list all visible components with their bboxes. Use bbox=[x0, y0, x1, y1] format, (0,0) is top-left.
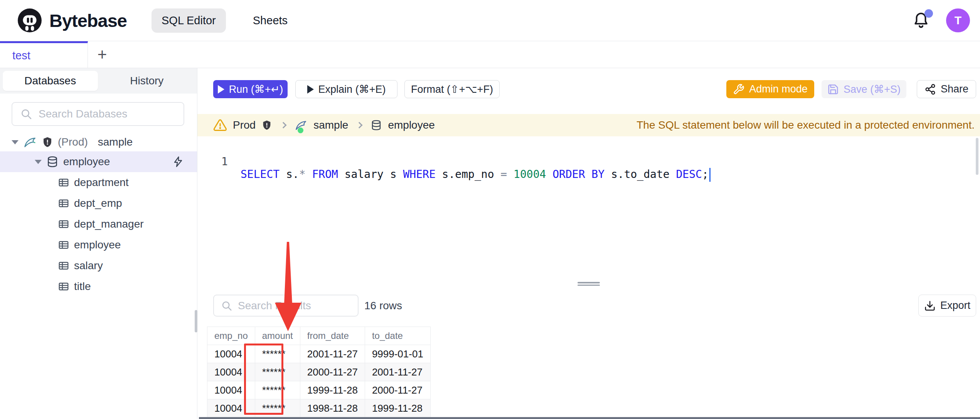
breadcrumb-environment[interactable]: Prod bbox=[233, 119, 256, 131]
search-databases-input[interactable]: Search Databases bbox=[12, 102, 184, 126]
sql-editor[interactable]: 1 SELECT s.* FROM salary s WHERE s.emp_n… bbox=[197, 136, 980, 281]
chevron-down-icon[interactable] bbox=[35, 160, 42, 164]
top-header: Bytebase SQL Editor Sheets T bbox=[0, 0, 980, 41]
sheet-tab-test[interactable]: test bbox=[0, 41, 88, 68]
line-number: 1 bbox=[221, 155, 228, 168]
table-cell: 1999-11-28 bbox=[300, 381, 365, 399]
notification-badge bbox=[924, 9, 933, 18]
format-button[interactable]: Format (⇧+⌥+F) bbox=[404, 80, 500, 98]
sidebar-resize-handle[interactable] bbox=[195, 310, 197, 332]
nav-sheets[interactable]: Sheets bbox=[243, 8, 298, 33]
brand-name: Bytebase bbox=[49, 10, 127, 31]
explain-label: Explain (⌘+E) bbox=[318, 83, 386, 96]
table-cell: 2001-11-27 bbox=[300, 345, 365, 363]
top-nav: SQL Editor Sheets bbox=[152, 8, 298, 33]
editor-vertical-scrollbar[interactable] bbox=[976, 138, 978, 175]
table-cell: ****** bbox=[255, 363, 300, 381]
sheet-tab-label: test bbox=[12, 49, 30, 62]
nav-sql-editor[interactable]: SQL Editor bbox=[152, 8, 226, 33]
column-header-to_date[interactable]: to_date bbox=[365, 327, 430, 345]
results-header-row: emp_noamountfrom_dateto_date bbox=[207, 327, 431, 345]
column-header-emp_no[interactable]: emp_no bbox=[207, 327, 255, 345]
sidebar-table-salary[interactable]: salary bbox=[0, 255, 197, 276]
explain-button[interactable]: Explain (⌘+E) bbox=[295, 80, 397, 98]
sidebar-table-title[interactable]: title bbox=[0, 276, 197, 297]
sidebar-table-dept_emp[interactable]: dept_emp bbox=[0, 193, 197, 214]
database-icon bbox=[370, 119, 382, 131]
table-cell: 2000-11-27 bbox=[365, 381, 430, 399]
tree-env-label: (Prod) bbox=[58, 136, 88, 148]
sidebar-table-dept_manager[interactable]: dept_manager bbox=[0, 214, 197, 235]
tab-databases[interactable]: Databases bbox=[3, 71, 98, 91]
search-databases-placeholder: Search Databases bbox=[39, 108, 127, 120]
table-label: dept_emp bbox=[74, 197, 122, 210]
table-cell: 2001-11-27 bbox=[365, 363, 430, 381]
new-sheet-tab-button[interactable]: + bbox=[88, 41, 116, 68]
tree-database-row[interactable]: employee bbox=[0, 151, 197, 172]
tree-table-list: departmentdept_empdept_manageremployeesa… bbox=[0, 172, 197, 297]
row-count-label: 16 rows bbox=[364, 295, 402, 317]
table-cell: 10004 bbox=[207, 399, 255, 417]
sidebar-table-department[interactable]: department bbox=[0, 172, 197, 193]
environment-shield-icon bbox=[261, 120, 272, 131]
tab-history[interactable]: History bbox=[99, 71, 195, 91]
chevron-down-icon[interactable] bbox=[12, 140, 19, 144]
mysql-icon bbox=[23, 135, 37, 149]
brand-logo[interactable]: Bytebase bbox=[17, 8, 127, 33]
app-window: Bytebase SQL Editor Sheets T test + Data… bbox=[0, 0, 980, 419]
chevron-right-icon bbox=[280, 122, 287, 129]
search-icon bbox=[221, 300, 232, 312]
sql-statement: SELECT s.* FROM salary s WHERE s.emp_no … bbox=[241, 168, 711, 182]
column-header-from_date[interactable]: from_date bbox=[300, 327, 365, 345]
table-icon bbox=[58, 177, 69, 188]
connection-breadcrumb-banner: Prod sample employee The SQL state bbox=[197, 114, 980, 136]
main-panel: Run (⌘+↵) Explain (⌘+E) Format (⇧+⌥+F) A… bbox=[197, 68, 980, 419]
table-cell: 10004 bbox=[207, 363, 255, 381]
share-button[interactable]: Share bbox=[917, 80, 976, 98]
table-icon bbox=[58, 281, 69, 292]
table-icon bbox=[58, 198, 69, 209]
table-cell: 1999-11-28 bbox=[365, 399, 430, 417]
download-icon bbox=[924, 300, 936, 312]
code-line: 1 SELECT s.* FROM salary s WHERE s.emp_n… bbox=[197, 142, 980, 193]
sidebar-table-employee[interactable]: employee bbox=[0, 235, 197, 255]
tree-database-name: employee bbox=[63, 156, 110, 168]
run-label: Run (⌘+↵) bbox=[229, 83, 283, 96]
results-horizontal-scrollbar[interactable] bbox=[199, 417, 980, 419]
sidebar: Databases History Search Databases bbox=[0, 68, 197, 419]
export-label: Export bbox=[940, 300, 970, 312]
environment-shield-icon bbox=[42, 136, 53, 148]
results-table: emp_noamountfrom_dateto_date 10004******… bbox=[207, 327, 431, 417]
search-results-placeholder: Search Results bbox=[238, 300, 311, 312]
bytebase-logo-icon bbox=[17, 8, 42, 33]
table-cell: 10004 bbox=[207, 345, 255, 363]
search-results-input[interactable]: Search Results bbox=[213, 295, 359, 317]
connection-bolt-icon bbox=[172, 156, 184, 168]
tree-instance-row[interactable]: (Prod) sample bbox=[0, 133, 197, 151]
chevron-right-icon bbox=[356, 122, 363, 129]
play-icon bbox=[218, 85, 224, 94]
breadcrumb-database[interactable]: sample bbox=[313, 119, 348, 131]
panel-splitter-handle[interactable] bbox=[578, 281, 600, 287]
admin-mode-button[interactable]: Admin mode bbox=[726, 80, 814, 98]
results-panel: Search Results 16 rows Export emp_noamou… bbox=[197, 290, 980, 419]
notifications-button[interactable] bbox=[912, 12, 930, 29]
user-avatar[interactable]: T bbox=[946, 8, 970, 32]
save-button[interactable]: Save (⌘+S) bbox=[822, 80, 906, 98]
table-cell: 2000-11-27 bbox=[300, 363, 365, 381]
table-icon bbox=[58, 239, 69, 251]
text-cursor bbox=[709, 168, 711, 182]
table-cell: ****** bbox=[255, 345, 300, 363]
format-label: Format (⇧+⌥+F) bbox=[411, 83, 493, 96]
save-icon bbox=[827, 84, 839, 95]
column-header-amount[interactable]: amount bbox=[255, 327, 300, 345]
table-row: 10004******2001-11-279999-01-01 bbox=[207, 345, 431, 363]
play-icon bbox=[307, 85, 314, 94]
export-button[interactable]: Export bbox=[918, 295, 976, 317]
header-right: T bbox=[912, 8, 970, 32]
table-cell: 1998-11-28 bbox=[300, 399, 365, 417]
breadcrumb-table[interactable]: employee bbox=[388, 119, 434, 131]
run-button[interactable]: Run (⌘+↵) bbox=[213, 80, 288, 98]
table-label: employee bbox=[74, 239, 121, 251]
table-cell: 9999-01-01 bbox=[365, 345, 430, 363]
